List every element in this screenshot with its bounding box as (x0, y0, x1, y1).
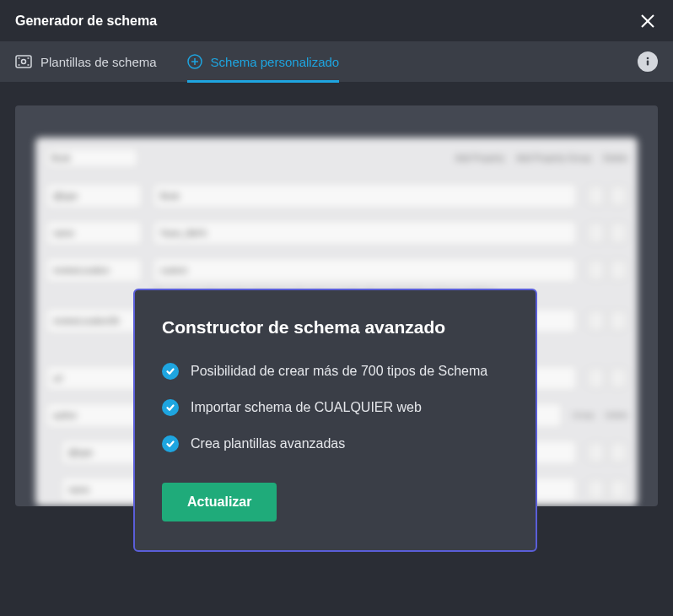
svg-point-3 (22, 60, 26, 64)
svg-rect-12 (647, 61, 649, 66)
feature-item: Posibilidad de crear más de 700 tipos de… (162, 361, 509, 381)
add-property-group: Add Property Group (516, 154, 591, 163)
group: Group (573, 411, 594, 419)
field-label: reviewLocation (46, 257, 143, 283)
field-label: reviewLocationSh (46, 308, 143, 333)
info-icon (642, 56, 654, 68)
svg-rect-2 (16, 56, 31, 68)
close-icon (638, 11, 658, 31)
tab-schema-templates[interactable]: Plantillas de schema (15, 41, 157, 82)
tab-label: Plantillas de schema (40, 55, 157, 69)
check-icon (162, 435, 179, 452)
field-value: custom (153, 257, 577, 283)
plus-circle-icon (187, 54, 202, 69)
field-label: url (46, 365, 143, 391)
delete: Delete (603, 154, 627, 163)
feature-text: Importar schema de CUALQUIER web (191, 397, 422, 417)
check-icon (162, 399, 179, 416)
field-label: author (46, 403, 143, 428)
add-property: Add Property (455, 154, 504, 163)
tab-label: Schema personalizado (211, 55, 340, 69)
feature-text: Crea plantillas avanzadas (191, 434, 345, 453)
field-label: name (46, 220, 143, 246)
delete: Delete (606, 411, 627, 419)
field-label: @type (46, 183, 143, 208)
feature-item: Crea plantillas avanzadas (162, 434, 509, 453)
modal-title: Constructor de schema avanzado (162, 317, 509, 338)
tabs-bar: Plantillas de schema Schema personalizad… (0, 41, 673, 82)
close-button[interactable] (638, 11, 658, 31)
feature-item: Importar schema de CUALQUIER web (162, 397, 509, 417)
dialog-title: Generador de schema (15, 14, 157, 29)
schema-type-select: Book (46, 148, 138, 168)
feature-text: Posibilidad de crear más de 700 tipos de… (191, 361, 487, 381)
dialog-header: Generador de schema (0, 0, 673, 41)
field-value: Book (153, 183, 577, 208)
templates-icon (15, 55, 32, 68)
upgrade-button[interactable]: Actualizar (162, 483, 277, 521)
svg-point-11 (647, 57, 649, 60)
upgrade-modal: Constructor de schema avanzado Posibilid… (133, 289, 537, 552)
check-icon (162, 363, 179, 380)
info-button[interactable] (638, 51, 658, 72)
field-value: %seo_title% (153, 220, 577, 246)
tab-custom-schema[interactable]: Schema personalizado (187, 41, 340, 82)
